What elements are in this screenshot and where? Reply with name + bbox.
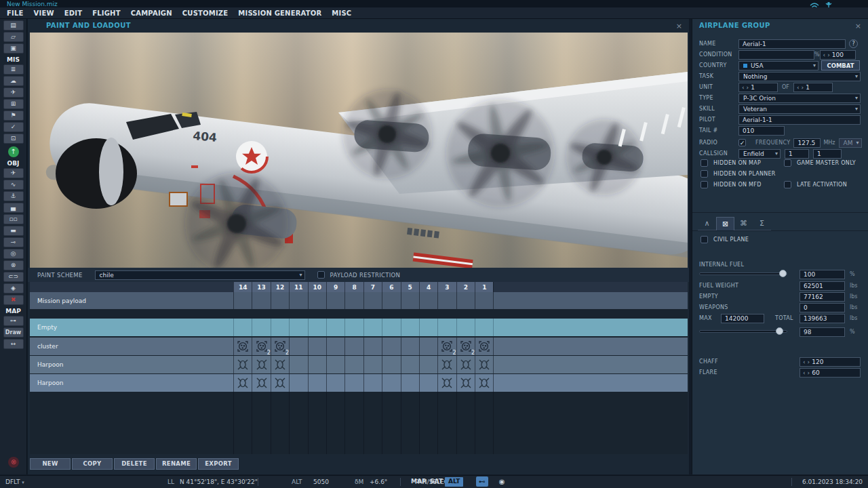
pylon-cell[interactable] (326, 338, 344, 355)
unit-stepper[interactable]: ‹ › 1 (738, 83, 778, 92)
radio-checkbox[interactable]: ✓ (738, 139, 746, 146)
loadout-row[interactable]: Harpoon (30, 374, 688, 392)
shapes-icon[interactable]: ◈ (3, 283, 24, 293)
static-object-icon[interactable]: ▫▫ (3, 214, 24, 224)
menu-item-file[interactable]: FILE (7, 9, 24, 17)
pylon-cell[interactable] (475, 356, 493, 373)
weapons-weight-input[interactable]: 0 (800, 303, 845, 312)
upload-mission-icon[interactable]: ↑ (8, 146, 19, 157)
menu-item-misc[interactable]: MISC (332, 9, 351, 17)
stepper-left-icon[interactable]: ‹ (797, 84, 800, 92)
load-percent-input[interactable]: 98 (800, 327, 845, 337)
menu-item-view[interactable]: VIEW (34, 9, 54, 17)
pylon-cell[interactable] (326, 292, 344, 309)
total-weight-input[interactable]: 139663 (800, 314, 845, 323)
tail-number-input[interactable]: 010 (738, 126, 785, 136)
weather-icon[interactable]: ☁ (3, 76, 24, 86)
pylon-cell[interactable] (326, 319, 344, 336)
pylon-cell[interactable] (289, 338, 307, 355)
game-master-only-checkbox[interactable] (784, 159, 791, 167)
pylon-cell[interactable] (419, 338, 437, 355)
pylon-cell[interactable]: 2 (252, 338, 270, 355)
pylon-cell[interactable] (382, 374, 400, 392)
menu-item-flight[interactable]: FLIGHT (92, 9, 121, 17)
loadout-row[interactable]: Mission payload (30, 292, 688, 309)
briefing-icon[interactable]: ≣ (3, 64, 24, 75)
pylon-cell[interactable] (382, 292, 400, 309)
payload-restriction-checkbox[interactable] (317, 271, 325, 279)
max-weight-input[interactable]: 142000 (721, 314, 764, 323)
pylon-cell[interactable] (382, 338, 400, 355)
new-mission-icon[interactable]: ▤ (3, 20, 24, 30)
hidden-on-mfd-checkbox[interactable] (701, 181, 708, 188)
unit-total-stepper[interactable]: ‹ › 1 (793, 83, 833, 92)
pylon-cell[interactable] (271, 374, 289, 392)
condition-stepper[interactable]: ‹ › 100 (820, 50, 856, 60)
delete-icon[interactable]: ✖ (3, 295, 24, 305)
condition-input[interactable] (738, 50, 814, 60)
pylon-cell[interactable] (437, 292, 456, 309)
pylon-cell[interactable] (271, 356, 289, 373)
check-icon[interactable]: ✓ (3, 122, 24, 132)
pylon-cell[interactable] (401, 356, 419, 373)
pylon-cell[interactable] (456, 292, 475, 309)
pylon-cell[interactable] (437, 319, 456, 336)
tab-systems[interactable]: ⌘ (734, 217, 753, 230)
pylon-cell[interactable] (252, 292, 270, 309)
stepper-right-icon[interactable]: › (802, 84, 804, 92)
pylon-cell[interactable] (344, 374, 363, 392)
zone-icon[interactable]: ⊗ (3, 260, 24, 270)
pylon-cell[interactable] (252, 319, 270, 336)
loadout-row[interactable]: Harpoon (30, 356, 688, 373)
pylon-cell[interactable] (363, 319, 382, 336)
template-icon[interactable]: ◎ (3, 249, 24, 259)
menu-item-customize[interactable]: CUSTOMIZE (182, 9, 229, 17)
pylon-cell[interactable] (437, 374, 456, 392)
delete-button[interactable]: DELETE (114, 458, 155, 470)
pylon-cell[interactable] (308, 292, 326, 309)
open-mission-icon[interactable]: ▱ (3, 32, 24, 42)
combat-button[interactable]: COMBAT (821, 60, 860, 70)
group-panel-close-icon[interactable]: × (855, 22, 861, 30)
pilot-input[interactable]: Aerial-1-1 (738, 115, 861, 125)
pylon-cell[interactable] (308, 356, 326, 373)
pylon-cell[interactable] (326, 356, 344, 373)
waypoint-icon[interactable]: ⊸ (3, 237, 24, 247)
stepper-right-icon[interactable]: › (827, 52, 830, 59)
menu-item-campaign[interactable]: CAMPAIGN (131, 9, 172, 17)
pylon-cell[interactable] (344, 338, 363, 355)
fuel-weight-input[interactable]: 62501 (800, 281, 845, 291)
pylon-cell[interactable] (401, 338, 419, 355)
airplane-icon[interactable]: ✈ (3, 168, 24, 178)
pylon-cell[interactable] (344, 292, 363, 309)
exit-icon[interactable]: ⊗ (8, 457, 19, 468)
sat-view-button[interactable]: SAT (427, 477, 446, 487)
pylon-cell[interactable] (401, 292, 419, 309)
pylon-cell[interactable] (308, 338, 326, 355)
pylon-cell[interactable] (233, 319, 252, 336)
callsign-number2-input[interactable]: 1 (813, 149, 842, 159)
civil-plane-checkbox[interactable] (701, 236, 708, 243)
pylon-cell[interactable] (437, 356, 456, 373)
pylon-cell[interactable] (456, 356, 475, 373)
stepper-left-icon[interactable]: ‹ (823, 52, 826, 59)
frequency-input[interactable]: 127.5 (793, 138, 821, 148)
stepper-left-icon[interactable]: ‹ (803, 369, 806, 377)
pylon-cell[interactable] (363, 374, 382, 392)
pylon-cell[interactable] (456, 319, 475, 336)
pylon-cell[interactable] (233, 338, 252, 355)
save-mission-icon[interactable]: ▣ (3, 43, 24, 54)
pylon-cell[interactable] (475, 319, 493, 336)
callsign-number1-input[interactable]: 1 (785, 149, 809, 159)
vehicle-icon[interactable]: ▄ (3, 203, 24, 213)
ruler-icon[interactable]: ↔ (3, 339, 24, 349)
skill-dropdown[interactable]: Veteran ▾ (738, 104, 861, 114)
pylon-cell[interactable] (382, 356, 400, 373)
loadout-row[interactable]: cluster2222 (30, 338, 688, 355)
pylon-cell[interactable] (233, 356, 252, 373)
pylon-cell[interactable] (363, 292, 382, 309)
units-visibility-icon[interactable]: ⊷ (476, 476, 488, 487)
menu-item-mission-generator[interactable]: MISSION GENERATOR (238, 9, 321, 17)
pylon-cell[interactable] (344, 356, 363, 373)
tab-route[interactable]: ∧ (698, 217, 716, 230)
